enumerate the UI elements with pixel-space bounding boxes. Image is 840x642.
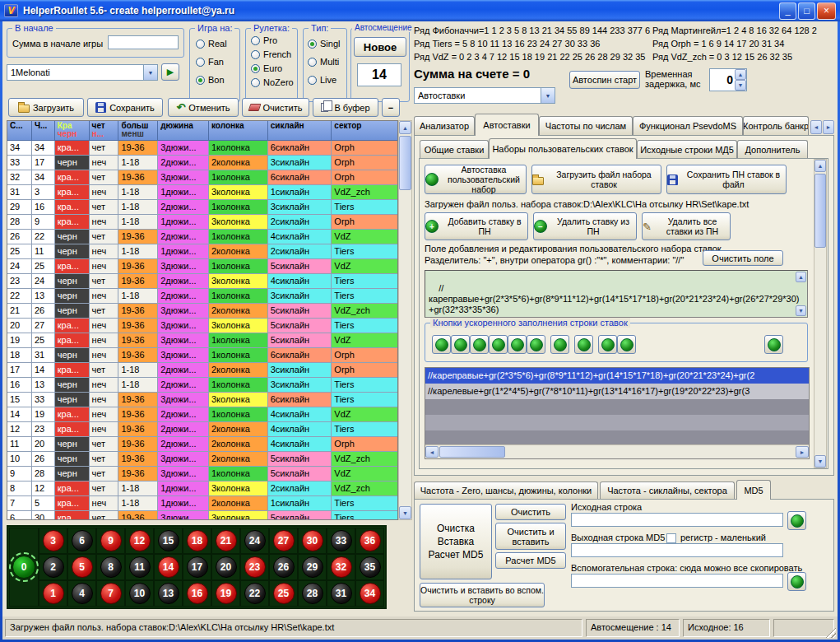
chevron-down-icon[interactable]: ▼ <box>541 88 555 103</box>
table-row[interactable]: 1533черннеч19-363дюжи...3колонка6сиклайн… <box>7 393 397 407</box>
tab-autobets[interactable]: Автоставки <box>475 114 539 136</box>
remove-all-bets-button[interactable]: ✎ Удалить все ставки из ПН <box>642 212 731 240</box>
table-row[interactable]: 1120чернчет19-362дюжи...2колонка4сиклайн… <box>7 437 397 452</box>
bet-edit-field[interactable]: //кареправые+gr(2*3*5*6)+gr(8*9*11*12)+g… <box>425 270 808 318</box>
save-bet-set-file-button[interactable]: Сохранить ПН ставок в файл <box>666 165 787 194</box>
tab-psevdoms[interactable]: Функционал PsevdoMS <box>633 116 743 135</box>
bet-list-hscrollbar[interactable]: ◄ ► <box>425 444 809 458</box>
table-row[interactable]: 2622чернчет19-362дюжи...1колонка4сиклайн… <box>7 230 397 244</box>
roulette-number-15[interactable]: 15 <box>158 530 179 551</box>
roulette-number-35[interactable]: 35 <box>360 556 381 578</box>
roulette-number-14[interactable]: 14 <box>158 556 179 578</box>
roulette-number-36[interactable]: 36 <box>360 530 381 551</box>
bet-list-item[interactable]: //карелевые+gr(1*2*4*5)+gr(7*8*10*11)+gr… <box>425 384 809 399</box>
clear-button[interactable]: Очистить <box>242 98 309 117</box>
tab-frequency-chances[interactable]: Частота - Zero, шансы, дюжины, колонки <box>414 482 598 499</box>
tab-analyzer[interactable]: Анализатор <box>414 116 475 135</box>
new-button[interactable]: Новое <box>354 37 406 57</box>
table-row[interactable]: 1925кра...неч19-363дюжи...1колонка5сикла… <box>7 333 397 348</box>
autobets-select[interactable]: Автоставки ▼ <box>414 87 555 104</box>
spinner-up-icon[interactable]: ▲ <box>735 69 746 80</box>
roulette-number-9[interactable]: 9 <box>100 530 122 551</box>
radio-multi[interactable]: Multi <box>308 57 339 67</box>
subtab-user-bet-sets[interactable]: Наборы пользовательских ставок <box>489 138 637 159</box>
scrollbar-thumb[interactable] <box>439 446 505 458</box>
load-button[interactable]: Загрузить <box>8 98 84 117</box>
scrollbar-thumb[interactable] <box>399 136 411 190</box>
roulette-number-18[interactable]: 18 <box>187 530 208 551</box>
roulette-number-3[interactable]: 3 <box>43 530 64 551</box>
roulette-number-19[interactable]: 19 <box>216 583 237 604</box>
tab-frequency-sixlines[interactable]: Частота - сиклайны, сектора <box>600 482 735 499</box>
table-row[interactable]: 289кра...неч1-181дюжи...3колонка2сиклайн… <box>7 215 397 230</box>
table-row[interactable]: 812кра...чет1-181дюжи...3колонка2сиклайн… <box>7 482 397 496</box>
subtab-md5-source-strings[interactable]: Исходные строки МД5 <box>637 140 737 158</box>
radio-euro[interactable]: Euro <box>251 63 282 73</box>
scroll-left-icon[interactable]: ◄ <box>425 446 439 458</box>
roulette-number-0[interactable]: 0 <box>12 556 35 579</box>
roulette-number-25[interactable]: 25 <box>273 583 295 604</box>
scroll-up-icon[interactable]: ▲ <box>814 160 826 172</box>
radio-singl[interactable]: Singl <box>308 39 340 49</box>
quick-fill-7-button[interactable] <box>550 335 569 354</box>
table-row[interactable]: 3434кра...чет19-363дюжи...1колонка6сикла… <box>7 141 397 156</box>
play-button[interactable]: ▶ <box>161 63 179 81</box>
roulette-number-26[interactable]: 26 <box>273 556 295 578</box>
quick-fill-8-button[interactable] <box>574 335 593 354</box>
roulette-number-21[interactable]: 21 <box>216 530 237 551</box>
minimize-button[interactable]: _ <box>779 2 796 20</box>
profile-select[interactable]: 1Melonati ▼ <box>7 64 158 81</box>
column-header[interactable]: большменш <box>118 121 158 141</box>
subtab-additional[interactable]: Дополнитель <box>737 140 808 158</box>
column-header[interactable]: Ч... <box>32 121 55 141</box>
radio-pro[interactable]: Pro <box>251 35 277 45</box>
md5-calc-button[interactable]: Расчет MD5 <box>495 552 566 569</box>
roulette-number-31[interactable]: 31 <box>331 583 352 604</box>
roulette-number-20[interactable]: 20 <box>216 556 237 578</box>
table-row[interactable]: 2126чернчет19-363дюжи...2колонка5сиклайн… <box>7 304 397 319</box>
tab-number-frequencies[interactable]: Частоты по числам <box>539 116 633 135</box>
clear-paste-helper-button[interactable]: Очистить и вставить во вспом. строку <box>420 583 545 607</box>
source-copy-button[interactable] <box>787 511 806 530</box>
roulette-number-23[interactable]: 23 <box>244 556 266 578</box>
output-string-input[interactable] <box>571 543 783 557</box>
quick-fill-6-button[interactable] <box>527 335 545 354</box>
load-bet-set-file-button[interactable]: Загрузить файл набора ставок <box>531 165 661 194</box>
scroll-up-icon[interactable]: ▲ <box>796 272 806 282</box>
start-sum-input[interactable] <box>108 35 179 49</box>
roulette-number-6[interactable]: 6 <box>72 530 93 551</box>
md5-clear-button[interactable]: Очистить <box>495 504 566 520</box>
column-header[interactable]: С... <box>7 121 32 141</box>
roulette-number-32[interactable]: 32 <box>331 556 352 578</box>
table-row[interactable]: 1026чернчет19-363дюжи...2колонка5сиклайн… <box>7 452 397 467</box>
table-row[interactable]: 75кра...неч1-181дюжи...2колонка1сиклайнT… <box>7 496 397 511</box>
source-string-input[interactable] <box>571 513 783 527</box>
table-row[interactable]: 630кра...чет19-363дюжи...3колонка5сиклай… <box>7 511 397 520</box>
roulette-number-5[interactable]: 5 <box>72 556 93 578</box>
table-scrollbar[interactable]: ▲ ▼ <box>398 120 412 520</box>
maximize-button[interactable]: □ <box>798 2 815 20</box>
quick-fill-3-button[interactable] <box>470 335 489 354</box>
roulette-number-1[interactable]: 1 <box>43 583 64 604</box>
table-row[interactable]: 313кра...неч1-181дюжи...3колонка1сиклайн… <box>7 185 397 200</box>
roulette-number-2[interactable]: 2 <box>43 556 64 578</box>
clear-field-button[interactable]: Очистить поле <box>703 250 783 266</box>
chevron-down-icon[interactable]: ▼ <box>143 65 157 80</box>
table-row[interactable]: 1714кра...чет1-182дюжи...2колонка3сиклай… <box>7 363 397 378</box>
radio-real[interactable]: Real <box>196 39 227 49</box>
helper-copy-button[interactable] <box>787 572 806 591</box>
quick-fill-11-button[interactable] <box>764 335 783 354</box>
radio-french[interactable]: French <box>251 49 291 59</box>
md5-clear-paste-calc-button[interactable]: Очистка Вставка Расчет MD5 <box>420 504 492 579</box>
scroll-down-icon[interactable]: ▼ <box>814 455 826 468</box>
roulette-number-8[interactable]: 8 <box>100 556 122 578</box>
bet-list-item[interactable]: //кареправые+gr(2*3*5*6)+gr(8*9*11*12)+g… <box>425 368 809 384</box>
quick-fill-10-button[interactable] <box>617 335 636 354</box>
panel-scrollbar[interactable]: ▲ ▼ <box>814 159 827 468</box>
radio-bon[interactable]: Bon <box>196 75 225 85</box>
roulette-number-22[interactable]: 22 <box>244 583 266 604</box>
roulette-number-13[interactable]: 13 <box>158 583 179 604</box>
tab-bankroll-control[interactable]: Контроль банкр <box>743 116 809 135</box>
roulette-number-7[interactable]: 7 <box>100 583 122 604</box>
column-header[interactable]: четн... <box>90 121 119 141</box>
